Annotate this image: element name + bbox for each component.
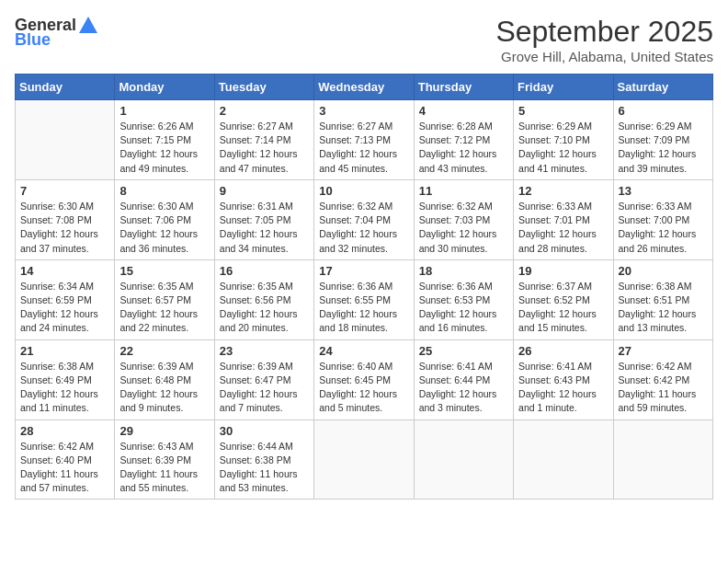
day-number: 27 bbox=[619, 344, 708, 358]
calendar-cell: 20Sunrise: 6:38 AMSunset: 6:51 PMDayligh… bbox=[613, 259, 712, 339]
calendar-header-row: SundayMondayTuesdayWednesdayThursdayFrid… bbox=[16, 75, 713, 100]
day-number: 15 bbox=[119, 264, 209, 278]
day-info: Sunrise: 6:30 AMSunset: 7:06 PMDaylight:… bbox=[119, 200, 209, 256]
calendar-cell: 30Sunrise: 6:44 AMSunset: 6:38 PMDayligh… bbox=[214, 419, 313, 500]
day-info: Sunrise: 6:37 AMSunset: 6:52 PMDaylight:… bbox=[518, 280, 608, 336]
calendar-cell: 11Sunrise: 6:32 AMSunset: 7:03 PMDayligh… bbox=[414, 179, 513, 259]
day-number: 5 bbox=[518, 104, 608, 118]
day-info: Sunrise: 6:27 AMSunset: 7:14 PMDaylight:… bbox=[220, 120, 309, 176]
day-info: Sunrise: 6:38 AMSunset: 6:51 PMDaylight:… bbox=[619, 280, 708, 336]
logo: General Blue bbox=[15, 15, 98, 48]
day-info: Sunrise: 6:32 AMSunset: 7:04 PMDaylight:… bbox=[319, 200, 408, 256]
column-header-monday: Monday bbox=[115, 75, 214, 100]
day-number: 3 bbox=[319, 104, 408, 118]
day-number: 29 bbox=[119, 424, 209, 438]
calendar-cell: 17Sunrise: 6:36 AMSunset: 6:55 PMDayligh… bbox=[314, 259, 414, 339]
calendar-cell: 8Sunrise: 6:30 AMSunset: 7:06 PMDaylight… bbox=[115, 179, 214, 259]
calendar-week-row: 21Sunrise: 6:38 AMSunset: 6:49 PMDayligh… bbox=[16, 339, 713, 419]
day-info: Sunrise: 6:34 AMSunset: 6:59 PMDaylight:… bbox=[20, 280, 109, 336]
day-number: 8 bbox=[119, 184, 209, 198]
day-info: Sunrise: 6:33 AMSunset: 7:01 PMDaylight:… bbox=[518, 200, 608, 256]
calendar-cell: 28Sunrise: 6:42 AMSunset: 6:40 PMDayligh… bbox=[16, 419, 115, 500]
day-info: Sunrise: 6:29 AMSunset: 7:09 PMDaylight:… bbox=[619, 120, 708, 176]
calendar-cell: 16Sunrise: 6:35 AMSunset: 6:56 PMDayligh… bbox=[214, 259, 313, 339]
day-info: Sunrise: 6:35 AMSunset: 6:57 PMDaylight:… bbox=[119, 280, 209, 336]
calendar-cell: 12Sunrise: 6:33 AMSunset: 7:01 PMDayligh… bbox=[514, 179, 613, 259]
month-title: September 2025 bbox=[495, 15, 713, 49]
calendar-table: SundayMondayTuesdayWednesdayThursdayFrid… bbox=[15, 74, 713, 500]
calendar-week-row: 28Sunrise: 6:42 AMSunset: 6:40 PMDayligh… bbox=[16, 419, 713, 500]
day-info: Sunrise: 6:41 AMSunset: 6:43 PMDaylight:… bbox=[518, 360, 608, 416]
day-number: 30 bbox=[220, 424, 309, 438]
calendar-cell: 3Sunrise: 6:27 AMSunset: 7:13 PMDaylight… bbox=[314, 100, 414, 180]
day-number: 28 bbox=[20, 424, 109, 438]
header: General Blue September 2025 Grove Hill, … bbox=[15, 15, 713, 64]
calendar-week-row: 14Sunrise: 6:34 AMSunset: 6:59 PMDayligh… bbox=[16, 259, 713, 339]
calendar-cell: 4Sunrise: 6:28 AMSunset: 7:12 PMDaylight… bbox=[414, 100, 513, 180]
day-number: 2 bbox=[220, 104, 309, 118]
day-number: 18 bbox=[419, 264, 508, 278]
day-number: 12 bbox=[518, 184, 608, 198]
day-number: 21 bbox=[20, 344, 109, 358]
calendar-cell: 10Sunrise: 6:32 AMSunset: 7:04 PMDayligh… bbox=[314, 179, 414, 259]
calendar-cell: 14Sunrise: 6:34 AMSunset: 6:59 PMDayligh… bbox=[16, 259, 115, 339]
column-header-wednesday: Wednesday bbox=[314, 75, 414, 100]
day-info: Sunrise: 6:41 AMSunset: 6:44 PMDaylight:… bbox=[419, 360, 508, 416]
calendar-cell: 1Sunrise: 6:26 AMSunset: 7:15 PMDaylight… bbox=[115, 100, 214, 180]
calendar-cell: 24Sunrise: 6:40 AMSunset: 6:45 PMDayligh… bbox=[314, 339, 414, 419]
column-header-tuesday: Tuesday bbox=[214, 75, 313, 100]
day-number: 26 bbox=[518, 344, 608, 358]
day-info: Sunrise: 6:36 AMSunset: 6:53 PMDaylight:… bbox=[419, 280, 508, 336]
calendar-cell: 25Sunrise: 6:41 AMSunset: 6:44 PMDayligh… bbox=[414, 339, 513, 419]
column-header-saturday: Saturday bbox=[613, 75, 712, 100]
day-info: Sunrise: 6:29 AMSunset: 7:10 PMDaylight:… bbox=[518, 120, 608, 176]
day-info: Sunrise: 6:39 AMSunset: 6:47 PMDaylight:… bbox=[220, 360, 309, 416]
title-area: September 2025 Grove Hill, Alabama, Unit… bbox=[495, 15, 713, 64]
calendar-cell: 15Sunrise: 6:35 AMSunset: 6:57 PMDayligh… bbox=[115, 259, 214, 339]
day-number: 11 bbox=[419, 184, 508, 198]
column-header-sunday: Sunday bbox=[16, 75, 115, 100]
day-number: 13 bbox=[619, 184, 708, 198]
day-number: 10 bbox=[319, 184, 408, 198]
day-number: 20 bbox=[619, 264, 708, 278]
calendar-cell: 22Sunrise: 6:39 AMSunset: 6:48 PMDayligh… bbox=[115, 339, 214, 419]
day-info: Sunrise: 6:36 AMSunset: 6:55 PMDaylight:… bbox=[319, 280, 408, 336]
day-info: Sunrise: 6:30 AMSunset: 7:08 PMDaylight:… bbox=[20, 200, 109, 256]
logo-triangle-icon bbox=[78, 15, 98, 35]
calendar-cell: 19Sunrise: 6:37 AMSunset: 6:52 PMDayligh… bbox=[514, 259, 613, 339]
calendar-cell: 2Sunrise: 6:27 AMSunset: 7:14 PMDaylight… bbox=[214, 100, 313, 180]
day-number: 9 bbox=[220, 184, 309, 198]
logo-blue-text: Blue bbox=[15, 31, 51, 48]
calendar-cell: 23Sunrise: 6:39 AMSunset: 6:47 PMDayligh… bbox=[214, 339, 313, 419]
day-number: 1 bbox=[119, 104, 209, 118]
day-number: 16 bbox=[220, 264, 309, 278]
day-info: Sunrise: 6:31 AMSunset: 7:05 PMDaylight:… bbox=[220, 200, 309, 256]
day-info: Sunrise: 6:26 AMSunset: 7:15 PMDaylight:… bbox=[119, 120, 209, 176]
calendar-cell bbox=[16, 100, 115, 180]
day-number: 23 bbox=[220, 344, 309, 358]
calendar-cell bbox=[613, 419, 712, 500]
calendar-week-row: 7Sunrise: 6:30 AMSunset: 7:08 PMDaylight… bbox=[16, 179, 713, 259]
calendar-cell: 7Sunrise: 6:30 AMSunset: 7:08 PMDaylight… bbox=[16, 179, 115, 259]
calendar-cell: 9Sunrise: 6:31 AMSunset: 7:05 PMDaylight… bbox=[214, 179, 313, 259]
calendar-cell bbox=[314, 419, 414, 500]
day-number: 7 bbox=[20, 184, 109, 198]
calendar-cell: 26Sunrise: 6:41 AMSunset: 6:43 PMDayligh… bbox=[514, 339, 613, 419]
day-info: Sunrise: 6:39 AMSunset: 6:48 PMDaylight:… bbox=[119, 360, 209, 416]
calendar-cell: 13Sunrise: 6:33 AMSunset: 7:00 PMDayligh… bbox=[613, 179, 712, 259]
day-info: Sunrise: 6:38 AMSunset: 6:49 PMDaylight:… bbox=[20, 360, 109, 416]
calendar-cell: 21Sunrise: 6:38 AMSunset: 6:49 PMDayligh… bbox=[16, 339, 115, 419]
day-info: Sunrise: 6:40 AMSunset: 6:45 PMDaylight:… bbox=[319, 360, 408, 416]
calendar-cell: 18Sunrise: 6:36 AMSunset: 6:53 PMDayligh… bbox=[414, 259, 513, 339]
calendar-cell bbox=[414, 419, 513, 500]
day-info: Sunrise: 6:27 AMSunset: 7:13 PMDaylight:… bbox=[319, 120, 408, 176]
calendar-cell: 5Sunrise: 6:29 AMSunset: 7:10 PMDaylight… bbox=[514, 100, 613, 180]
day-number: 25 bbox=[419, 344, 508, 358]
day-info: Sunrise: 6:42 AMSunset: 6:42 PMDaylight:… bbox=[619, 360, 708, 416]
calendar-cell: 6Sunrise: 6:29 AMSunset: 7:09 PMDaylight… bbox=[613, 100, 712, 180]
day-info: Sunrise: 6:35 AMSunset: 6:56 PMDaylight:… bbox=[220, 280, 309, 336]
day-number: 19 bbox=[518, 264, 608, 278]
day-number: 24 bbox=[319, 344, 408, 358]
column-header-friday: Friday bbox=[514, 75, 613, 100]
calendar-cell: 29Sunrise: 6:43 AMSunset: 6:39 PMDayligh… bbox=[115, 419, 214, 500]
